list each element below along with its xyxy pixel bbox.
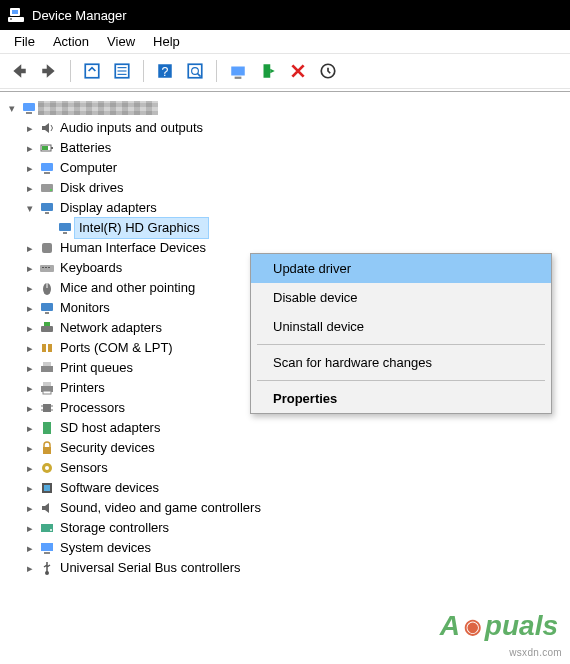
- expand-icon[interactable]: ▸: [22, 518, 38, 538]
- software-icon: [38, 480, 56, 496]
- uninstall-button[interactable]: [285, 58, 311, 84]
- properties-button[interactable]: [109, 58, 135, 84]
- expand-icon[interactable]: ▸: [22, 558, 38, 578]
- svg-rect-28: [59, 223, 71, 231]
- collapse-icon[interactable]: ▾: [4, 98, 20, 118]
- brand-logo: A◉puals: [440, 610, 558, 642]
- expand-icon[interactable]: ▸: [22, 538, 38, 558]
- tree-label-selected: Intel(R) HD Graphics: [74, 217, 209, 239]
- expand-icon[interactable]: ▸: [22, 178, 38, 198]
- toolbar: ?: [0, 54, 570, 89]
- svg-text:?: ?: [162, 65, 169, 79]
- svg-rect-57: [44, 485, 50, 491]
- sensor-icon: [38, 460, 56, 476]
- separator: [257, 380, 545, 381]
- menu-file[interactable]: File: [6, 32, 43, 51]
- expand-icon[interactable]: ▸: [22, 458, 38, 478]
- tree-label: System devices: [56, 538, 151, 558]
- tree-label: Printers: [56, 378, 105, 398]
- expand-icon[interactable]: ▸: [22, 398, 38, 418]
- forward-button[interactable]: [36, 58, 62, 84]
- expand-icon[interactable]: ▸: [22, 138, 38, 158]
- context-menu: Update driver Disable device Uninstall d…: [250, 253, 552, 414]
- expand-icon[interactable]: ▸: [22, 378, 38, 398]
- expand-icon[interactable]: ▸: [22, 118, 38, 138]
- svg-rect-33: [45, 267, 47, 268]
- storage-icon: [38, 520, 56, 536]
- expand-icon[interactable]: ▸: [22, 498, 38, 518]
- expand-icon[interactable]: ▸: [22, 278, 38, 298]
- menu-view[interactable]: View: [99, 32, 143, 51]
- computer-icon: [38, 160, 56, 176]
- tree-item[interactable]: ▸ Security devices: [4, 438, 566, 458]
- svg-rect-27: [45, 212, 49, 214]
- ctx-update-driver[interactable]: Update driver: [251, 254, 551, 283]
- back-button[interactable]: [6, 58, 32, 84]
- tree-item[interactable]: ▸ Sensors: [4, 458, 566, 478]
- security-icon: [38, 440, 56, 456]
- tree-label: Processors: [56, 398, 125, 418]
- svg-rect-18: [26, 112, 32, 114]
- tree-label: Sound, video and game controllers: [56, 498, 261, 518]
- svg-rect-39: [41, 326, 53, 332]
- expand-icon[interactable]: ▸: [22, 258, 38, 278]
- expand-icon[interactable]: ▸: [22, 478, 38, 498]
- expand-icon[interactable]: ▸: [22, 438, 38, 458]
- expand-icon[interactable]: ▸: [22, 418, 38, 438]
- tree-item-display-adapters[interactable]: ▾ Display adapters: [4, 198, 566, 218]
- enable-device-button[interactable]: [255, 58, 281, 84]
- svg-rect-38: [45, 312, 49, 314]
- tree-item[interactable]: ▸ Disk drives: [4, 178, 566, 198]
- ctx-properties[interactable]: Properties: [251, 384, 551, 413]
- svg-rect-14: [235, 77, 242, 79]
- tree-label: Display adapters: [56, 198, 157, 218]
- ctx-uninstall-device[interactable]: Uninstall device: [251, 312, 551, 341]
- tree-label: Audio inputs and outputs: [56, 118, 203, 138]
- menu-help[interactable]: Help: [145, 32, 188, 51]
- tree-item[interactable]: ▸ System devices: [4, 538, 566, 558]
- scan-button[interactable]: [182, 58, 208, 84]
- svg-rect-17: [23, 103, 35, 111]
- system-icon: [38, 540, 56, 556]
- tree-item[interactable]: ▸ Computer: [4, 158, 566, 178]
- svg-rect-13: [231, 67, 245, 76]
- scan-hardware-button[interactable]: [315, 58, 341, 84]
- expand-icon[interactable]: ▸: [22, 238, 38, 258]
- tree-item-intel-graphics[interactable]: Intel(R) HD Graphics: [4, 218, 566, 238]
- expand-icon[interactable]: ▸: [22, 158, 38, 178]
- svg-rect-61: [44, 552, 50, 554]
- show-hidden-button[interactable]: [79, 58, 105, 84]
- hid-icon: [38, 240, 56, 256]
- tree-label: Network adapters: [56, 318, 162, 338]
- keyboard-icon: [38, 260, 56, 276]
- expand-icon[interactable]: ▸: [22, 298, 38, 318]
- sd-icon: [38, 420, 56, 436]
- printer-icon: [38, 380, 56, 396]
- tree-label: Keyboards: [56, 258, 122, 278]
- tree-item[interactable]: ▸ Sound, video and game controllers: [4, 498, 566, 518]
- svg-rect-42: [48, 344, 52, 352]
- help-button[interactable]: ?: [152, 58, 178, 84]
- svg-rect-31: [40, 265, 54, 272]
- tree-item[interactable]: ▸ Batteries: [4, 138, 566, 158]
- tree-root[interactable]: ▾: [4, 98, 566, 118]
- svg-rect-53: [43, 447, 51, 454]
- expand-icon[interactable]: ▸: [22, 358, 38, 378]
- tree-item[interactable]: ▸ Storage controllers: [4, 518, 566, 538]
- menu-action[interactable]: Action: [45, 32, 97, 51]
- tree-item[interactable]: ▸ Audio inputs and outputs: [4, 118, 566, 138]
- ctx-disable-device[interactable]: Disable device: [251, 283, 551, 312]
- monitor-icon: [38, 300, 56, 316]
- tree-label: Print queues: [56, 358, 133, 378]
- svg-rect-34: [48, 267, 50, 268]
- expand-icon[interactable]: ▸: [22, 318, 38, 338]
- tree-item[interactable]: ▸ SD host adapters: [4, 418, 566, 438]
- tree-label: Batteries: [56, 138, 111, 158]
- collapse-icon[interactable]: ▾: [22, 198, 38, 218]
- update-driver-button[interactable]: [225, 58, 251, 84]
- separator: [70, 60, 71, 82]
- tree-item[interactable]: ▸ Software devices: [4, 478, 566, 498]
- tree-item[interactable]: ▸ Universal Serial Bus controllers: [4, 558, 566, 578]
- ctx-scan-hardware[interactable]: Scan for hardware changes: [251, 348, 551, 377]
- expand-icon[interactable]: ▸: [22, 338, 38, 358]
